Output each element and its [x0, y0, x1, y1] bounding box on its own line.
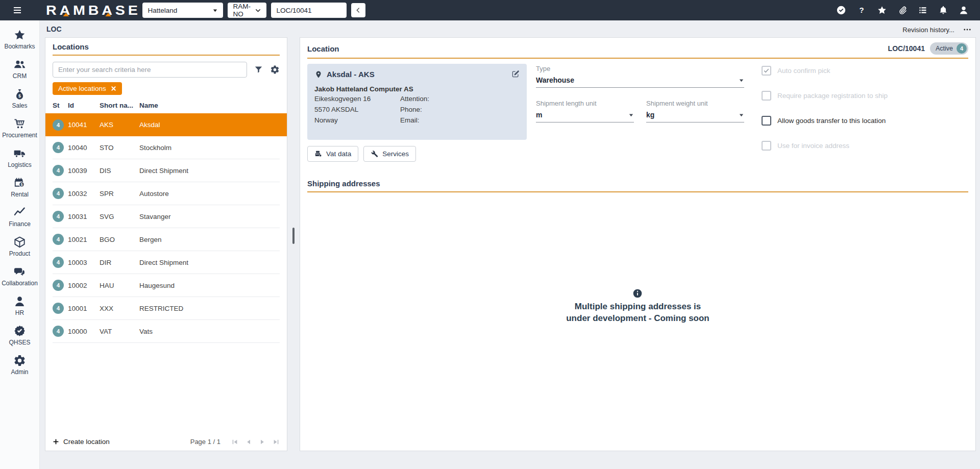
prev-page-icon[interactable] — [245, 438, 252, 446]
help-icon[interactable]: ? — [851, 0, 872, 20]
sidebar-item-admin[interactable]: Admin — [0, 351, 39, 379]
plus-icon — [53, 438, 59, 445]
location-row-10000[interactable]: 410000VATVats — [53, 320, 280, 343]
edit-icon[interactable] — [511, 69, 520, 79]
notice-line-2: under development - Coming soon — [566, 313, 709, 325]
location-id: 10000 — [68, 328, 100, 335]
location-options: Auto confirm pickRequire package registr… — [762, 64, 904, 166]
sidebar-item-hr[interactable]: HR — [0, 292, 39, 320]
sidebar-item-rental[interactable]: $Rental — [0, 174, 39, 202]
sidebar-item-qhses[interactable]: QHSES — [0, 322, 39, 350]
truck-icon — [13, 147, 26, 160]
status-badge: 4 — [53, 303, 64, 314]
location-id: 10032 — [68, 190, 100, 198]
active-locations-filter-chip[interactable]: Active locations — [53, 82, 122, 95]
type-dropdown[interactable]: Warehouse — [536, 76, 744, 88]
location-summary-section: Aksdal - AKS Jakob Hatteland Computer AS… — [307, 64, 968, 166]
checkbox-box[interactable] — [762, 116, 771, 126]
location-shortname: BGO — [100, 236, 139, 243]
country: Norway — [314, 115, 400, 126]
location-id: 10040 — [68, 144, 100, 152]
shipment-length-unit-dropdown[interactable]: m — [536, 111, 634, 122]
column-header-st: St — [53, 102, 68, 109]
create-location-button[interactable]: Create location — [53, 438, 110, 446]
chevron-down-icon — [628, 112, 634, 118]
sidebar-item-crm[interactable]: CRM — [0, 55, 39, 83]
attention-label: Attention: — [400, 94, 429, 105]
location-row-10039[interactable]: 410039DISDirect Shipment — [53, 159, 280, 182]
sidebar-item-procurement[interactable]: Procurement — [0, 114, 39, 142]
shipment-weight-unit-label: Shipment weight unit — [646, 100, 744, 107]
svg-text:$: $ — [18, 93, 21, 98]
location-row-10032[interactable]: 410032SPRAutostore — [53, 182, 280, 205]
panel-splitter[interactable] — [287, 37, 300, 451]
location-detail-panel: Location LOC/10041 Active 4 Aksdal - AKS — [300, 37, 976, 451]
star-icon — [13, 29, 26, 41]
location-shortname: DIS — [100, 167, 139, 175]
program-search-input[interactable] — [271, 3, 347, 18]
status-badge: 4 — [53, 280, 64, 291]
location-name: Stockholm — [139, 144, 280, 152]
filter-icon[interactable] — [254, 65, 263, 75]
pagination: Page 1 / 1 — [190, 438, 280, 446]
header-underline — [307, 58, 968, 59]
sidebar-item-product[interactable]: Product — [0, 233, 39, 261]
sidebar-item-collaboration[interactable]: Collaboration — [0, 262, 39, 290]
services-button[interactable]: Services — [363, 146, 416, 162]
chart-icon — [13, 206, 26, 219]
settings-icon[interactable] — [270, 65, 280, 75]
shipment-weight-unit-dropdown[interactable]: kg — [646, 111, 744, 122]
company-selector[interactable]: Hatteland — [142, 3, 223, 18]
system-selector[interactable]: RAM-NO — [228, 3, 266, 18]
coming-soon-notice: Multiple shipping addresses is under dev… — [566, 288, 709, 325]
status-label: Active — [936, 45, 953, 52]
checkbox-allow-goods-transfer-to-this-location[interactable]: Allow goods transfer to this location — [762, 116, 904, 126]
notifications-icon[interactable] — [933, 0, 953, 20]
location-row-10003[interactable]: 410003DIRDirect Shipment — [53, 251, 280, 274]
location-name: Stavanger — [139, 213, 280, 220]
last-page-icon[interactable] — [273, 438, 280, 446]
search-input[interactable] — [53, 62, 247, 78]
status-value-badge: 4 — [957, 43, 967, 54]
chevron-down-icon — [255, 7, 261, 14]
vat-data-button[interactable]: Vat data — [307, 146, 358, 162]
sidebar-item-logistics[interactable]: Logistics — [0, 144, 39, 172]
splitter-handle[interactable] — [292, 228, 295, 244]
rambase-logo[interactable]: RAMBASE — [46, 3, 141, 18]
remove-filter-icon[interactable] — [111, 86, 116, 91]
location-row-10031[interactable]: 410031SVGStavanger — [53, 205, 280, 228]
sidebar-item-finance[interactable]: Finance — [0, 203, 39, 231]
more-menu-icon[interactable] — [963, 25, 972, 34]
street-address: Eikeskogvegen 16 — [314, 94, 400, 105]
sidebar-item-bookmarks[interactable]: Bookmarks — [0, 26, 39, 54]
shipment-weight-unit-value: kg — [646, 111, 654, 119]
main-header: LOC Revision history... — [40, 20, 980, 37]
location-row-10001[interactable]: 410001XXXRESTRICTED — [53, 297, 280, 320]
column-header-id: Id — [68, 102, 100, 109]
sidebar-item-sales[interactable]: $Sales — [0, 85, 39, 113]
location-name: Haugesund — [139, 282, 280, 289]
user-profile-icon[interactable] — [953, 0, 974, 20]
location-id: 10041 — [68, 121, 100, 129]
location-id: 10002 — [68, 282, 100, 289]
location-row-10021[interactable]: 410021BGOBergen — [53, 228, 280, 251]
page-title: LOC — [46, 25, 62, 33]
attachments-icon[interactable] — [892, 0, 913, 20]
location-row-10040[interactable]: 410040STOStockholm — [53, 136, 280, 159]
location-shortname: DIR — [100, 259, 139, 266]
approvals-icon[interactable] — [831, 0, 851, 20]
task-list-icon[interactable] — [913, 0, 933, 20]
location-row-10041[interactable]: 410041AKSAksdal — [45, 113, 287, 136]
hamburger-menu-icon[interactable] — [11, 4, 24, 17]
status-badge: 4 — [53, 257, 64, 268]
location-name: Direct Shipment — [139, 167, 280, 175]
favorites-icon[interactable] — [872, 0, 892, 20]
location-row-10002[interactable]: 410002HAUHaugesund — [53, 274, 280, 297]
cube-icon — [13, 236, 26, 249]
first-page-icon[interactable] — [231, 438, 238, 446]
next-page-icon[interactable] — [259, 438, 266, 446]
svg-text:$: $ — [20, 182, 22, 187]
list-footer: Create location Page 1 / 1 — [53, 434, 280, 446]
back-button[interactable] — [351, 3, 365, 17]
revision-history-link[interactable]: Revision history... — [902, 26, 954, 34]
